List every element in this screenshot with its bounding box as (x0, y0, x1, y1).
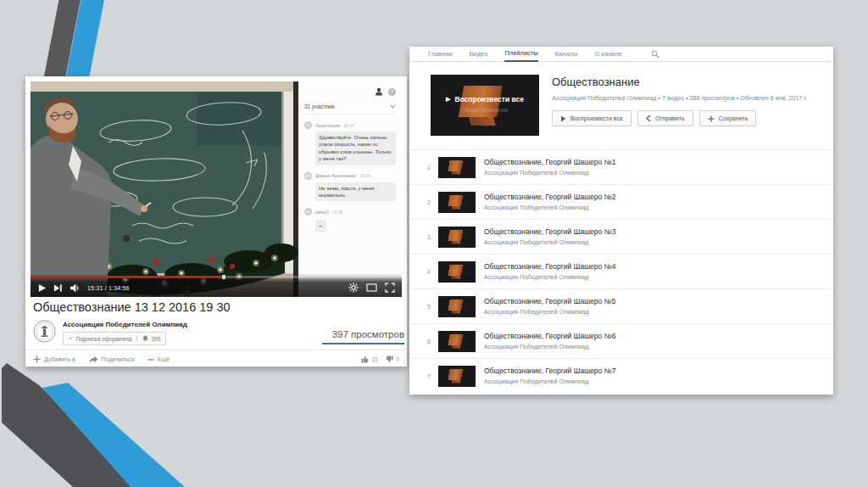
search-icon[interactable] (651, 50, 659, 59)
playlist-video-row[interactable]: 1 Обществознание, Георгий Шашеро №1 Ассо… (409, 149, 833, 184)
next-button[interactable] (53, 283, 63, 294)
chat-time: 19:36 (332, 210, 343, 215)
tab-about[interactable]: О канале (594, 50, 621, 61)
video-title: Обществознание 13 12 2016 19 30 (33, 300, 231, 314)
avatar: ДА (304, 172, 312, 180)
playlist-video-row[interactable]: 5 Обществознание, Георгий Шашеро №5 Ассо… (409, 288, 833, 323)
video-thumbnail[interactable] (438, 366, 476, 387)
video-row-channel[interactable]: Ассоциация Победителей Олимпиад (484, 308, 615, 316)
chat-author[interactable]: иНиО (315, 210, 329, 215)
video-row-title[interactable]: Обществознание, Георгий Шашеро №2 (484, 193, 615, 201)
video-row-channel[interactable]: Ассоциация Победителей Олимпиад (484, 273, 615, 281)
save-button[interactable]: Сохранить (699, 110, 757, 126)
video-row-title[interactable]: Обществознание, Георгий Шашеро №6 (484, 332, 615, 340)
thumb-up-icon (361, 355, 369, 363)
video-page-screenshot: ? 31 участник А Анастасия 19:34 Здравств… (25, 76, 407, 367)
row-index: 1 (420, 164, 431, 171)
chevron-down-icon[interactable] (390, 104, 396, 109)
subscribe-button[interactable]: ✓ Подписка оформлена 395 (63, 332, 166, 345)
row-index: 5 (420, 303, 431, 311)
theater-mode-icon[interactable] (366, 283, 377, 292)
video-player: ? 31 участник А Анастасия 19:34 Здравств… (31, 81, 402, 297)
playlist-page-screenshot: Главная Видео Плейлисты Каналы О канале … (409, 47, 833, 395)
chat-author[interactable]: Дарья Архипенко (315, 173, 356, 178)
video-row-channel[interactable]: Ассоциация Победителей Олимпиад (484, 169, 615, 176)
bell-icon (142, 335, 148, 342)
divider (25, 350, 407, 350)
playlist-title: Обществознание (552, 76, 807, 88)
tab-channels[interactable]: Каналы (555, 50, 578, 61)
share-button[interactable]: Поделиться (89, 355, 135, 363)
fullscreen-icon[interactable] (385, 283, 395, 293)
chat-message: А Анастасия 19:34 Здравствуйте. Очень си… (304, 121, 396, 165)
playlist-video-row[interactable]: 4 Обществознание, Георгий Шашеро №4 Ассо… (409, 254, 833, 288)
playlist-video-row[interactable]: 7 Обществознание, Георгий Шашеро №7 Ассо… (409, 358, 833, 393)
play-button[interactable] (37, 283, 47, 294)
play-all-button[interactable]: Воспроизвести все (552, 110, 632, 126)
chat-message: и иНиО 19:36 +. (304, 208, 396, 232)
player-controls: 15:31 / 1:34:56 (31, 274, 402, 297)
video-row-channel[interactable]: Ассоциация Победителей Олимпиад (484, 378, 615, 385)
progress-bar[interactable] (31, 276, 402, 278)
chat-text: Не знаю, Настя, у меня нормально (315, 182, 396, 202)
playlist-video-row[interactable]: 2 Обществознание, Георгий Шашеро №2 Ассо… (409, 184, 833, 219)
row-index: 2 (420, 199, 431, 206)
video-row-title[interactable]: Обществознание, Георгий Шашеро №3 (484, 227, 615, 236)
video-row-title[interactable]: Обществознание, Георгий Шашеро №4 (484, 262, 615, 271)
progress-filled (31, 276, 224, 278)
chat-time: 19:34 (359, 173, 370, 178)
video-thumbnail[interactable] (438, 261, 476, 283)
row-index: 7 (420, 372, 431, 380)
chat-participants-count: 31 участник (304, 104, 335, 109)
video-row-title[interactable]: Обществознание, Георгий Шашеро №1 (484, 158, 615, 166)
plus-icon (708, 115, 715, 122)
chat-author[interactable]: Анастасия (315, 123, 340, 128)
video-row-channel[interactable]: Ассоциация Победителей Олимпиад (484, 343, 615, 350)
check-icon: ✓ (69, 335, 73, 342)
video-thumbnail[interactable] (438, 331, 476, 352)
video-row-channel[interactable]: Ассоциация Победителей Олимпиад (484, 238, 615, 246)
playlist-video-row[interactable]: 6 Обществознание, Георгий Шашеро №6 Ассо… (409, 323, 833, 358)
play-icon: ▶ (446, 96, 450, 103)
play-all-label: Воспроизвести все (570, 115, 623, 121)
playlist-thumbnail[interactable]: ▶ Воспроизвести все Обществознание (431, 75, 539, 136)
video-thumbnail[interactable] (438, 296, 476, 317)
like-button[interactable]: 15 (361, 355, 377, 363)
video-row-channel[interactable]: Ассоциация Победителей Олимпиад (484, 204, 615, 211)
tab-videos[interactable]: Видео (470, 50, 488, 61)
video-thumbnail[interactable] (438, 227, 476, 248)
playlist-video-list: 1 Обществознание, Георгий Шашеро №1 Ассо… (409, 149, 833, 395)
play-icon (560, 115, 566, 122)
video-row-title[interactable]: Обществознание, Георгий Шашеро №5 (484, 297, 615, 305)
video-thumbnail[interactable] (438, 192, 476, 213)
share-arrow-icon (89, 355, 98, 363)
notification-bell-button[interactable]: 395 (136, 335, 165, 342)
channel-name[interactable]: Ассоциация Победителей Олимпиад (63, 321, 187, 328)
help-icon[interactable]: ? (388, 88, 396, 96)
viewers-person-icon[interactable] (375, 87, 383, 96)
tab-home[interactable]: Главная (428, 50, 453, 61)
channel-avatar[interactable] (33, 320, 56, 343)
play-all-overlay[interactable]: ▶ Воспроизвести все (431, 95, 539, 104)
volume-icon[interactable] (70, 283, 81, 294)
avatar: А (304, 121, 312, 129)
video-row-title[interactable]: Обществознание, Георгий Шашеро №7 (484, 367, 615, 375)
dislike-button[interactable]: 0 (386, 355, 399, 363)
playlist-video-row[interactable]: 3 Обществознание, Георгий Шашеро №3 Ассо… (409, 219, 833, 254)
thumb-down-icon (386, 355, 393, 363)
plus-icon (33, 355, 41, 363)
more-label: Ещё (158, 356, 170, 362)
chat-text: Здравствуйте. Очень сильно упала скорост… (315, 132, 396, 165)
time-display: 15:31 / 1:34:56 (87, 285, 130, 291)
video-thumbnail[interactable] (438, 157, 476, 178)
send-button[interactable]: Отправить (637, 110, 693, 126)
more-button[interactable]: ••• Ещё (147, 356, 170, 362)
video-frame-classroom (31, 81, 298, 297)
add-to-button[interactable]: Добавить в (33, 355, 75, 363)
settings-gear-icon[interactable] (348, 283, 359, 293)
row-index: 3 (420, 233, 431, 241)
tab-playlists[interactable]: Плейлисты (504, 49, 537, 62)
row-index: 6 (420, 338, 431, 345)
more-dots-icon: ••• (147, 356, 153, 362)
subscriber-count: 395 (151, 336, 160, 342)
